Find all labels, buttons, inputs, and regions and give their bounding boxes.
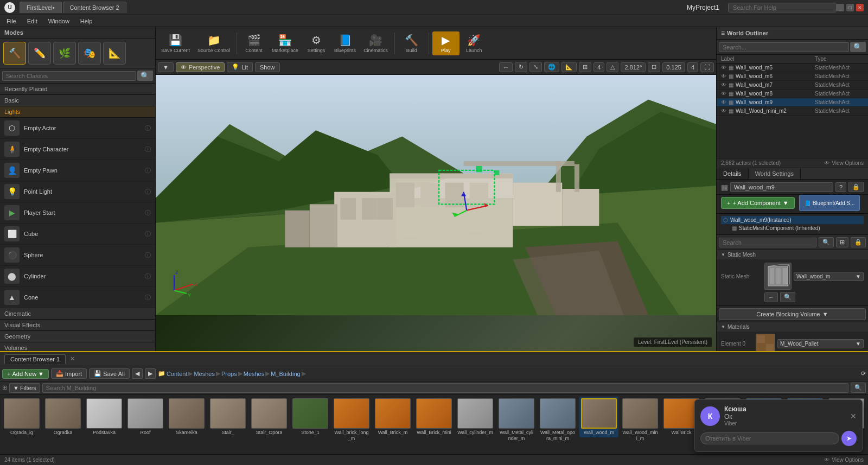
tab-firstlevel[interactable]: FirstLevel• (20, 2, 62, 13)
outliner-row[interactable]: 👁 ▦ Wall_Wood_mini_m2 StaticMeshAct (717, 107, 868, 116)
cb-tab-close[interactable]: ✕ (70, 355, 75, 362)
view-options-icon[interactable]: 👁 (824, 457, 829, 463)
asset-wall-brick-long[interactable]: Wall_brick_long_m (332, 397, 371, 443)
asset-wall-wood-m[interactable]: Wall_wood_m (579, 397, 618, 437)
point-light-info[interactable]: ⓘ (145, 188, 151, 196)
menu-help[interactable]: Help (76, 17, 97, 26)
toolbar-play[interactable]: ▶ Play (432, 31, 459, 55)
list-item-cone[interactable]: ▲ Cone ⓘ (0, 287, 155, 308)
menu-file[interactable]: File (2, 17, 21, 26)
mode-paint[interactable]: ✏️ (28, 42, 51, 65)
eye-icon[interactable]: 👁 (721, 108, 726, 114)
category-visual-effects[interactable]: Visual Effects (0, 320, 155, 331)
create-blocking-volume-button[interactable]: Create Blocking Volume ▼ (719, 308, 866, 320)
asset-stone[interactable]: Stone_1 (291, 397, 330, 437)
mode-geometry[interactable]: 📐 (103, 42, 126, 65)
path-m-building[interactable]: M_Building (271, 371, 300, 377)
toolbar-blueprints[interactable]: 📘 Blueprints (331, 31, 359, 55)
list-item-empty-character[interactable]: 🧍 Empty Character ⓘ (0, 139, 155, 160)
view-options-label[interactable]: View Options (832, 160, 864, 166)
toolbar-marketplace[interactable]: 🏪 Marketplace (269, 31, 302, 55)
details-filter-btn[interactable]: 🔍 (819, 237, 834, 247)
asset-wall-wood-mini[interactable]: Wall_Wood_mini_m (621, 397, 660, 443)
asset-wall-cylinder[interactable]: Wall_cylinder_m (456, 397, 495, 437)
cone-info[interactable]: ⓘ (145, 294, 151, 302)
cb-tab-1[interactable]: Content Browser 1 (4, 354, 66, 364)
details-grid-btn[interactable]: ⊞ (836, 237, 848, 247)
search-classes-button[interactable]: 🔍 (137, 71, 153, 81)
eye-icon[interactable]: 👁 (721, 82, 726, 88)
list-item-cube[interactable]: ⬜ Cube ⓘ (0, 224, 155, 245)
maximize-button[interactable]: □ (846, 4, 854, 11)
vp-grid-btn[interactable]: ⊞ (579, 62, 591, 72)
component-item-mesh[interactable]: ▦ StaticMeshComponent (Inherited) (721, 224, 864, 232)
eye-icon[interactable]: 👁 (721, 65, 726, 71)
toolbar-build[interactable]: 🔨 Build (398, 31, 425, 55)
path-props[interactable]: Props (221, 371, 237, 377)
details-lock2-btn[interactable]: 🔒 (851, 237, 866, 247)
asset-ogradka[interactable]: Ogradka (43, 397, 82, 437)
outliner-row[interactable]: 👁 ▦ Wall_wood_m5 StaticMeshAct (717, 63, 868, 72)
empty-character-info[interactable]: ⓘ (145, 145, 151, 154)
path-content[interactable]: Content (167, 371, 188, 377)
mesh-dropdown[interactable]: Wall_wood_m ▼ (794, 272, 864, 281)
vp-rotate-btn[interactable]: ↻ (515, 62, 527, 72)
cube-info[interactable]: ⓘ (145, 230, 151, 238)
mode-place[interactable]: 🔨 (3, 42, 26, 65)
close-button[interactable]: ✕ (856, 4, 864, 11)
viber-send-button[interactable]: ➤ (841, 431, 857, 446)
content-search-btn[interactable]: 🔍 (851, 383, 866, 393)
nav-forward-btn[interactable]: ▶ (145, 368, 156, 379)
category-cinematic[interactable]: Cinematic (0, 308, 155, 320)
category-volumes[interactable]: Volumes (0, 342, 155, 351)
import-button[interactable]: 📥 Import (51, 368, 87, 379)
list-item-point-light[interactable]: 💡 Point Light ⓘ (0, 181, 155, 202)
mesh-search-btn[interactable]: 🔍 (780, 292, 795, 302)
outliner-row[interactable]: 👁 ▦ Wall_wood_m7 StaticMeshAct (717, 81, 868, 90)
list-item-empty-pawn[interactable]: 👤 Empty Pawn ⓘ (0, 160, 155, 181)
asset-wall-brick-m[interactable]: Wall_Brick_m (373, 397, 412, 437)
toolbar-source-control[interactable]: 📁 Source Control (194, 31, 233, 55)
outliner-row[interactable]: 👁 ▦ Wall_wood_m8 StaticMeshAct (717, 90, 868, 98)
cb-sync-icon[interactable]: ⟳ (861, 370, 866, 377)
list-item-cylinder[interactable]: ⬤ Cylinder ⓘ (0, 266, 155, 287)
player-start-info[interactable]: ⓘ (145, 209, 151, 217)
mode-landscape[interactable]: 🌿 (53, 42, 76, 65)
static-mesh-header[interactable]: ▼ Static Mesh (717, 250, 868, 259)
vp-angle-btn[interactable]: △ (607, 62, 618, 72)
list-item-player-start[interactable]: ▶ Player Start ⓘ (0, 202, 155, 224)
asset-roof[interactable]: Roof (126, 397, 165, 437)
view-options-label[interactable]: View Options (832, 457, 864, 463)
category-lights[interactable]: Lights (0, 106, 155, 118)
viber-close-button[interactable]: ✕ (850, 412, 857, 421)
toolbar-settings[interactable]: ⚙ Settings (303, 31, 330, 55)
sphere-info[interactable]: ⓘ (145, 251, 151, 259)
asset-wall-metal-opora[interactable]: Wall_Metal_opora_mini_m (538, 397, 577, 443)
vp-world-btn[interactable]: 🌐 (544, 62, 559, 72)
minimize-button[interactable]: _ (837, 4, 844, 11)
materials-header[interactable]: ▼ Materials (717, 322, 868, 332)
toolbar-cinematics[interactable]: 🎥 Cinematics (360, 31, 391, 55)
menu-edit[interactable]: Edit (23, 17, 42, 26)
outliner-row-selected[interactable]: 👁 ▦ Wall_wood_m9 StaticMeshAct (717, 98, 868, 107)
cylinder-info[interactable]: ⓘ (145, 272, 151, 281)
category-geometry[interactable]: Geometry (0, 331, 155, 342)
vp-scale-snap-btn[interactable]: ⊡ (648, 62, 660, 72)
vp-translate-btn[interactable]: ↔ (499, 62, 513, 72)
list-item-empty-actor[interactable]: ⬡ Empty Actor ⓘ (0, 118, 155, 139)
details-name-input[interactable] (730, 182, 833, 192)
asset-stair[interactable]: Stair_ (208, 397, 247, 437)
details-help-btn[interactable]: ? (835, 182, 846, 192)
asset-stair-opora[interactable]: Stair_Opora (250, 397, 289, 437)
filters-button[interactable]: ▼ Filters (9, 383, 40, 393)
eye-icon[interactable]: 👁 (721, 99, 726, 105)
eye-icon[interactable]: 👁 (721, 91, 726, 97)
save-all-button[interactable]: 💾 Save All (89, 368, 130, 379)
vp-maximize-btn[interactable]: ⛶ (700, 62, 714, 72)
empty-actor-info[interactable]: ⓘ (145, 124, 151, 132)
toolbar-save[interactable]: 💾 Save Current (158, 31, 193, 55)
vp-perspective-btn[interactable]: 👁 Perspective (176, 62, 225, 72)
tab-details[interactable]: Details (717, 168, 749, 179)
menu-window[interactable]: Window (44, 17, 74, 26)
add-new-button[interactable]: + Add New ▼ (2, 369, 49, 379)
